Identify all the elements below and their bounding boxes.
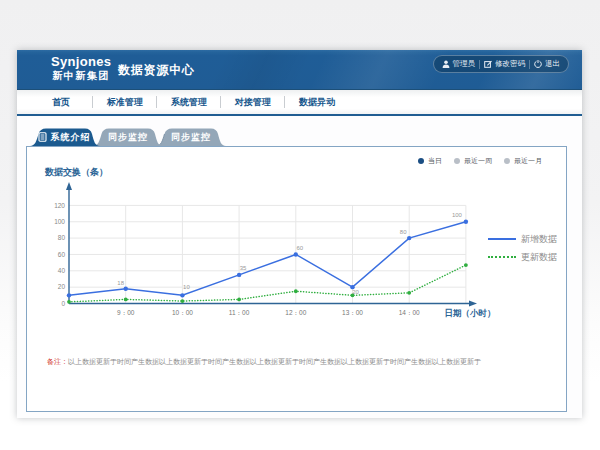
power-icon xyxy=(534,60,542,68)
content-area: 系统介绍 同步监控 同步监 xyxy=(17,116,582,418)
svg-text:10：00: 10：00 xyxy=(172,309,193,316)
logout-button[interactable]: 退出 xyxy=(530,59,564,69)
tab-system-intro[interactable]: 系统介绍 xyxy=(30,128,100,146)
tab-label-wrap: 同步监控 xyxy=(93,128,163,146)
legend-label: 更新数据 xyxy=(521,251,557,264)
current-user-label: 管理员 xyxy=(453,59,476,69)
legend-line-sample-dotted xyxy=(488,256,516,258)
svg-text:13：00: 13：00 xyxy=(342,309,363,316)
svg-text:0: 0 xyxy=(61,300,65,307)
logo-subtext: 新中新集团 xyxy=(51,70,111,81)
radio-dot xyxy=(504,158,510,164)
user-toolbar: 管理员 修改密码 退出 xyxy=(433,55,570,73)
svg-text:60: 60 xyxy=(296,245,303,251)
tab-sync-monitor-1[interactable]: 同步监控 xyxy=(93,128,163,146)
current-user[interactable]: 管理员 xyxy=(438,59,480,69)
logo-text: Synjones xyxy=(51,55,111,69)
nav-item-system-mgmt[interactable]: 系统管理 xyxy=(157,90,221,114)
svg-text:日期（小时）: 日期（小时） xyxy=(445,308,496,318)
app-header: Synjones 新中新集团 数据资源中心 管理员 修改密码 退出 xyxy=(17,50,582,90)
tab-label: 系统介绍 xyxy=(51,131,91,144)
line-chart: 0204060801001209：0010：0011：0012：0013：001… xyxy=(28,150,498,330)
tab-label-wrap: 系统介绍 xyxy=(30,128,100,146)
svg-text:100: 100 xyxy=(54,218,65,225)
footnote-text: 以上数据更新于时间产生数据以上数据更新于时间产生数据以上数据更新于时间产生数据以… xyxy=(68,358,481,365)
svg-text:12：00: 12：00 xyxy=(285,309,306,316)
nav-item-home[interactable]: 首页 xyxy=(29,90,93,114)
svg-text:10: 10 xyxy=(183,284,190,290)
legend-item-updated-data: 更新数据 xyxy=(488,248,557,266)
logout-label: 退出 xyxy=(545,59,560,69)
radio-last-month[interactable]: 最近一月 xyxy=(504,156,542,166)
tab-label: 同步监控 xyxy=(171,131,211,144)
change-password-label: 修改密码 xyxy=(495,59,525,69)
company-logo: Synjones 新中新集团 xyxy=(51,55,111,81)
svg-text:120: 120 xyxy=(54,202,65,209)
nav-item-interface-mgmt[interactable]: 对接管理 xyxy=(221,90,285,114)
page-title: 数据资源中心 xyxy=(118,50,195,90)
svg-text:9：00: 9：00 xyxy=(117,309,135,316)
nav-item-data-change[interactable]: 数据异动 xyxy=(285,90,349,114)
change-password-button[interactable]: 修改密码 xyxy=(480,59,529,69)
chart-legend: 新增数据 更新数据 xyxy=(488,230,557,266)
tab-label: 同步监控 xyxy=(108,131,148,144)
document-icon xyxy=(38,132,47,142)
legend-item-new-data: 新增数据 xyxy=(488,230,557,248)
nav-item-standard-mgmt[interactable]: 标准管理 xyxy=(93,90,157,114)
tab-label-wrap: 同步监控 xyxy=(156,128,226,146)
svg-text:20: 20 xyxy=(58,283,66,290)
legend-line-sample-solid xyxy=(488,238,516,240)
svg-text:18: 18 xyxy=(117,280,124,286)
svg-text:100: 100 xyxy=(452,212,463,218)
legend-label: 新增数据 xyxy=(521,233,557,246)
app-window: Synjones 新中新集团 数据资源中心 管理员 修改密码 退出 xyxy=(17,50,582,418)
svg-text:11：00: 11：00 xyxy=(229,309,250,316)
radio-label: 最近一月 xyxy=(514,156,542,166)
svg-text:40: 40 xyxy=(58,267,66,274)
svg-text:80: 80 xyxy=(58,234,66,241)
main-nav: 首页 标准管理 系统管理 对接管理 数据异动 xyxy=(17,90,582,116)
svg-text:80: 80 xyxy=(400,229,407,235)
edit-icon xyxy=(484,60,492,68)
svg-text:14：00: 14：00 xyxy=(399,309,420,316)
svg-text:35: 35 xyxy=(240,265,247,271)
footnote: 备注：以上数据更新于时间产生数据以上数据更新于时间产生数据以上数据更新于时间产生… xyxy=(47,357,481,366)
tab-sync-monitor-2[interactable]: 同步监控 xyxy=(156,128,226,146)
user-icon xyxy=(442,60,450,68)
screen: Synjones 新中新集团 数据资源中心 管理员 修改密码 退出 xyxy=(0,0,600,450)
footnote-prefix: 备注： xyxy=(47,358,68,365)
svg-text:60: 60 xyxy=(58,251,66,258)
